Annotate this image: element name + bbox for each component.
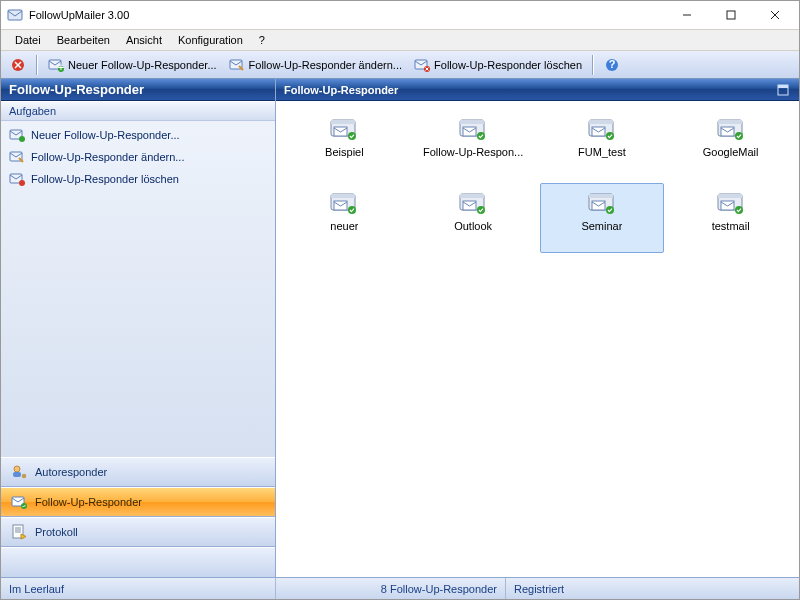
protocol-icon [11, 524, 27, 540]
maximize-button[interactable] [709, 2, 753, 28]
svg-text:?: ? [609, 58, 616, 70]
svg-point-19 [19, 136, 25, 142]
window-controls [665, 2, 797, 28]
responder-label: Seminar [581, 220, 622, 232]
responder-item[interactable]: Seminar [540, 183, 665, 253]
nav-label: Autoresponder [35, 466, 107, 478]
maximize-pane-icon[interactable] [775, 82, 791, 98]
toolbar-new-responder[interactable]: + Neuer Follow-Up-Responder... [43, 54, 222, 76]
toolbar-new-label: Neuer Follow-Up-Responder... [68, 59, 217, 71]
responder-icon [715, 190, 747, 216]
nav-protocol[interactable]: Protokoll [1, 517, 275, 547]
task-label: Neuer Follow-Up-Responder... [31, 129, 180, 141]
svg-rect-48 [718, 120, 742, 124]
toolbar-stop-button[interactable] [5, 54, 31, 76]
svg-point-46 [606, 132, 614, 140]
mail-edit-icon [9, 149, 25, 165]
task-edit-responder[interactable]: Follow-Up-Responder ändern... [9, 149, 267, 165]
responder-label: testmail [712, 220, 750, 232]
svg-rect-56 [460, 194, 484, 198]
main: Follow-Up-Responder BeispielFollow-Up-Re… [276, 79, 799, 577]
task-label: Follow-Up-Responder löschen [31, 173, 179, 185]
responder-icon [328, 190, 360, 216]
svg-point-38 [348, 132, 356, 140]
nav-spacer [1, 547, 275, 577]
responder-item[interactable]: neuer [282, 183, 407, 253]
followup-icon [11, 494, 27, 510]
svg-point-54 [348, 206, 356, 214]
nav-label: Follow-Up-Responder [35, 496, 142, 508]
mail-new-icon: + [48, 57, 64, 73]
toolbar: + Neuer Follow-Up-Responder... Follow-Up… [1, 51, 799, 79]
svg-rect-52 [331, 194, 355, 198]
responder-icon [586, 190, 618, 216]
responder-item[interactable]: GoogleMail [668, 109, 793, 179]
svg-rect-24 [13, 472, 21, 477]
app-icon [7, 7, 23, 23]
main-header: Follow-Up-Responder [276, 79, 799, 101]
mail-delete-icon [9, 171, 25, 187]
nav-label: Protokoll [35, 526, 78, 538]
mail-delete-icon [414, 57, 430, 73]
sidebar-tasks: Neuer Follow-Up-Responder... Follow-Up-R… [1, 121, 275, 457]
sidebar-tasks-title: Aufgaben [1, 101, 275, 121]
task-new-responder[interactable]: Neuer Follow-Up-Responder... [9, 127, 267, 143]
svg-rect-40 [460, 120, 484, 124]
menu-help[interactable]: ? [251, 32, 273, 48]
svg-point-58 [477, 206, 485, 214]
svg-rect-36 [331, 120, 355, 124]
help-icon: ? [604, 57, 620, 73]
titlebar: FollowUpMailer 3.00 [1, 1, 799, 29]
svg-rect-0 [8, 10, 22, 20]
task-delete-responder[interactable]: Follow-Up-Responder löschen [9, 171, 267, 187]
menu-view[interactable]: Ansicht [118, 32, 170, 48]
responder-item[interactable]: Outlook [411, 183, 536, 253]
responder-label: neuer [330, 220, 358, 232]
menu-file[interactable]: Datei [7, 32, 49, 48]
responder-item[interactable]: Beispiel [282, 109, 407, 179]
toolbar-delete-responder[interactable]: Follow-Up-Responder löschen [409, 54, 587, 76]
responder-item[interactable]: testmail [668, 183, 793, 253]
toolbar-edit-label: Follow-Up-Responder ändern... [249, 59, 402, 71]
mail-edit-icon [229, 57, 245, 73]
toolbar-edit-responder[interactable]: Follow-Up-Responder ändern... [224, 54, 407, 76]
stop-icon [10, 57, 26, 73]
toolbar-help-button[interactable]: ? [599, 54, 625, 76]
svg-text:+: + [58, 61, 64, 72]
menu-edit[interactable]: Bearbeiten [49, 32, 118, 48]
task-label: Follow-Up-Responder ändern... [31, 151, 184, 163]
minimize-button[interactable] [665, 2, 709, 28]
nav-followup-responder[interactable]: Follow-Up-Responder [1, 487, 275, 517]
sidebar-nav: Autoresponder Follow-Up-Responder Protok… [1, 457, 275, 577]
svg-rect-44 [589, 120, 613, 124]
responder-grid: BeispielFollow-Up-Respon...FUM_testGoogl… [276, 101, 799, 577]
main-title: Follow-Up-Responder [284, 84, 398, 96]
svg-rect-34 [778, 85, 788, 88]
svg-point-23 [14, 466, 20, 472]
statusbar: Im Leerlauf 8 Follow-Up-Responder Regist… [1, 577, 799, 599]
responder-label: FUM_test [578, 146, 626, 158]
svg-point-66 [735, 206, 743, 214]
responder-icon [457, 116, 489, 142]
responder-item[interactable]: Follow-Up-Respon... [411, 109, 536, 179]
close-button[interactable] [753, 2, 797, 28]
autoresponder-icon [11, 464, 27, 480]
svg-point-22 [19, 180, 25, 186]
toolbar-delete-label: Follow-Up-Responder löschen [434, 59, 582, 71]
svg-point-62 [606, 206, 614, 214]
status-center: 8 Follow-Up-Responder [276, 578, 506, 599]
menu-config[interactable]: Konfiguration [170, 32, 251, 48]
responder-label: GoogleMail [703, 146, 759, 158]
svg-rect-64 [718, 194, 742, 198]
status-left: Im Leerlauf [1, 578, 276, 599]
body: Follow-Up-Responder Aufgaben Neuer Follo… [1, 79, 799, 577]
sidebar-panel-title: Follow-Up-Responder [1, 79, 275, 101]
svg-rect-60 [589, 194, 613, 198]
responder-icon [715, 116, 747, 142]
svg-marker-32 [21, 534, 26, 539]
responder-icon [328, 116, 360, 142]
nav-autoresponder[interactable]: Autoresponder [1, 457, 275, 487]
responder-label: Follow-Up-Respon... [423, 146, 523, 158]
mail-new-icon [9, 127, 25, 143]
responder-item[interactable]: FUM_test [540, 109, 665, 179]
